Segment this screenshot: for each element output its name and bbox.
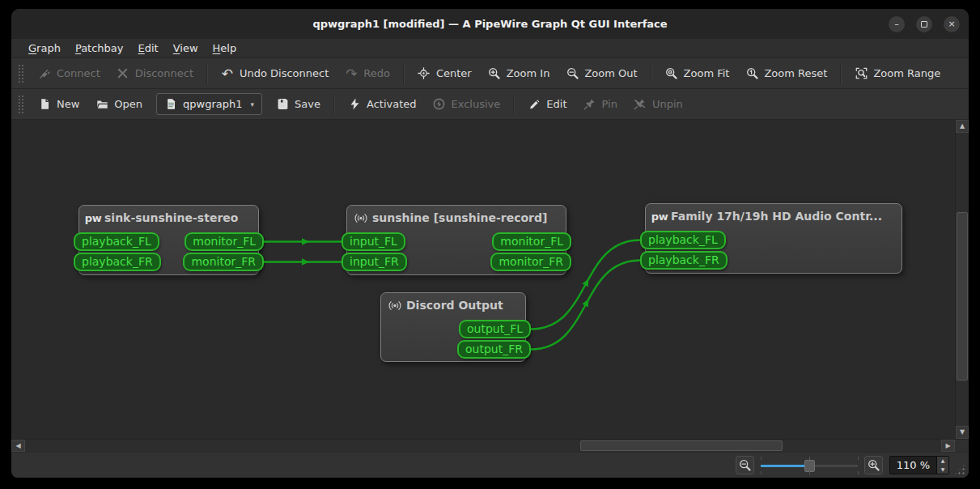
titlebar[interactable]: qpwgraph1 [modified] — A PipeWire Graph … <box>11 9 969 39</box>
new-icon <box>38 98 51 111</box>
scroll-left-button[interactable]: ◀ <box>11 440 25 452</box>
unpin-icon <box>634 98 647 111</box>
toolbar-button-undo-disconnect[interactable]: ↶Undo Disconnect <box>213 62 337 86</box>
toolbar-drag-handle[interactable] <box>18 64 23 83</box>
toolbar-button-label: Center <box>436 67 472 79</box>
vertical-scroll-handle[interactable] <box>957 212 968 381</box>
port-input-fl[interactable]: input_FL <box>342 232 405 251</box>
toolbar-button-save[interactable]: Save <box>268 92 329 117</box>
toolbar-button-zoom-out[interactable]: Zoom Out <box>558 62 645 86</box>
patchbay-profile-combo[interactable]: qpwgraph1▾ <box>156 93 262 115</box>
resize-grip[interactable] <box>954 464 965 475</box>
zoom-spinbox[interactable]: 110 % ▲ ▼ <box>889 456 949 474</box>
save-icon <box>276 98 289 111</box>
port-monitor-fl[interactable]: monitor_FL <box>492 232 571 251</box>
toolbar-button-center[interactable]: Center <box>409 62 480 86</box>
toolbar-separator <box>403 64 405 83</box>
zoom-out-icon <box>566 67 579 80</box>
toolbar-button-label: Redo <box>363 67 390 79</box>
toolbar-separator <box>840 64 842 83</box>
node-title-label: Family 17h/19h HD Audio Contr... <box>671 210 882 223</box>
connection-arrow-icon <box>582 277 592 287</box>
toolbar-button-redo[interactable]: ↷Redo <box>337 62 398 86</box>
toolbar-button-label: Zoom Out <box>584 67 637 79</box>
toolbar-button-zoom-range[interactable]: Zoom Range <box>846 62 948 86</box>
toolbar-button-exclusive[interactable]: Exclusive <box>425 92 509 117</box>
toolbar-button-zoom-in[interactable]: Zoom In <box>480 62 558 86</box>
toolbar-button-open[interactable]: Open <box>87 92 151 117</box>
exclusive-icon <box>433 98 446 111</box>
toolbar-button-label: Zoom Fit <box>684 67 730 79</box>
stream-icon <box>388 299 401 312</box>
toolbar-button-label: Open <box>114 98 142 110</box>
zoom-value: 110 % <box>890 459 936 471</box>
menu-item-view[interactable]: View <box>166 40 206 56</box>
toolbar-button-zoom-fit[interactable]: Zoom Fit <box>657 62 738 86</box>
spin-up-button[interactable]: ▲ <box>937 457 948 466</box>
port-output-fl[interactable]: output_FL <box>459 320 531 338</box>
node-title: pwFamily 17h/19h HD Audio Contr... <box>646 204 902 223</box>
toolbar-button-label: Exclusive <box>452 98 501 110</box>
vertical-scrollbar[interactable]: ▲ ▼ <box>955 120 969 439</box>
pipewire-icon: pw <box>87 211 100 224</box>
slider-tick <box>858 471 859 474</box>
toolbar-separator <box>513 95 515 114</box>
toolbar-button-activated[interactable]: Activated <box>340 92 425 117</box>
graph-canvas[interactable]: pwsink-sunshine-stereoplayback_FLplaybac… <box>11 120 955 439</box>
port-playback-fl[interactable]: playback_FL <box>640 231 726 249</box>
scroll-right-button[interactable]: ▶ <box>941 440 955 452</box>
toolbar-button-label: Zoom Range <box>873 67 940 79</box>
menu-item-patchbay[interactable]: Patchbay <box>68 40 131 56</box>
toolbar-button-new[interactable]: New <box>30 92 87 117</box>
port-playback-fr[interactable]: playback_FR <box>74 253 161 271</box>
port-output-fr[interactable]: output_FR <box>457 340 531 359</box>
zoom-out-slider-button[interactable] <box>736 456 754 474</box>
menu-item-edit[interactable]: Edit <box>131 40 166 56</box>
minimize-button[interactable]: – <box>889 16 905 32</box>
spin-down-button[interactable]: ▼ <box>937 466 948 474</box>
open-icon <box>95 98 108 111</box>
port-input-fr[interactable]: input_FR <box>342 253 407 271</box>
toolbar-button-disconnect[interactable]: Disconnect <box>108 62 202 86</box>
window-title: qpwgraph1 [modified] — A PipeWire Graph … <box>312 18 667 30</box>
port-monitor-fl[interactable]: monitor_FL <box>185 232 264 251</box>
toolbar-button-connect[interactable]: Connect <box>30 62 108 86</box>
zoom-spin-buttons: ▲ ▼ <box>936 457 948 474</box>
toolbar-drag-handle[interactable] <box>18 95 23 114</box>
center-icon <box>418 67 431 80</box>
scroll-down-button[interactable]: ▼ <box>956 426 969 439</box>
node-title: sunshine [sunshine-record] <box>347 206 566 224</box>
port-monitor-fr[interactable]: monitor_FR <box>183 253 264 271</box>
toolbar-button-zoom-reset[interactable]: Zoom Reset <box>737 62 835 86</box>
close-button[interactable]: × <box>944 16 960 32</box>
horizontal-scroll-track[interactable] <box>25 440 941 452</box>
toolbar-button-label: Zoom Reset <box>764 67 827 79</box>
maximize-button[interactable] <box>916 16 932 32</box>
port-monitor-fr[interactable]: monitor_FR <box>490 253 571 271</box>
node-title: Discord Output <box>381 293 525 312</box>
toolbar-button-pin[interactable]: Pin <box>575 92 626 117</box>
horizontal-scrollbar[interactable]: ◀ ▶ <box>11 439 969 452</box>
port-playback-fl[interactable]: playback_FL <box>74 232 159 251</box>
node-title-label: sunshine [sunshine-record] <box>372 211 547 224</box>
toolbar-button-label: Edit <box>546 98 566 110</box>
node-title: pwsink-sunshine-stereo <box>79 206 258 224</box>
slider-tick <box>761 471 762 474</box>
menu-item-help[interactable]: Help <box>206 40 244 56</box>
zoom-in-icon <box>488 67 501 80</box>
horizontal-scroll-handle[interactable] <box>580 440 783 451</box>
zoom-slider[interactable] <box>761 457 858 474</box>
toolbar-button-unpin[interactable]: Unpin <box>626 92 691 117</box>
scroll-up-button[interactable]: ▲ <box>956 120 969 133</box>
menu-item-graph[interactable]: Graph <box>21 40 68 56</box>
graph-toolbar: ConnectDisconnect↶Undo Disconnect↷RedoCe… <box>11 58 969 89</box>
toolbar-separator <box>651 64 652 83</box>
zoom-in-slider-button[interactable] <box>864 456 883 474</box>
disconnect-icon <box>117 67 129 80</box>
toolbar-button-edit[interactable]: Edit <box>520 92 575 117</box>
undo-icon: ↶ <box>221 67 234 80</box>
port-playback-fr[interactable]: playback_FR <box>640 251 728 270</box>
toolbar-separator <box>206 64 208 83</box>
zoom-slider-handle[interactable] <box>804 460 815 472</box>
toolbar-separator <box>333 95 335 114</box>
